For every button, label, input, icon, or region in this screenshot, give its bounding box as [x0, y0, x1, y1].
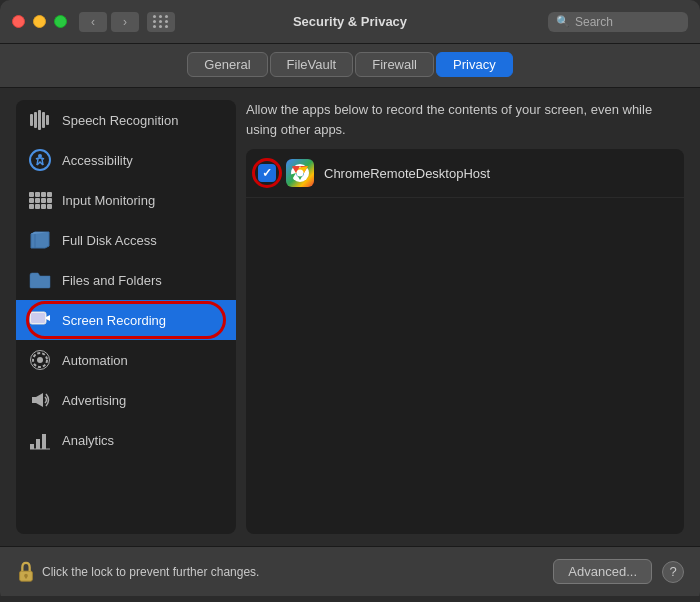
sidebar-item-speech-recognition[interactable]: Speech Recognition [16, 100, 236, 140]
sidebar-label-screen-recording: Screen Recording [62, 313, 166, 328]
sidebar-item-screen-recording[interactable]: Screen Recording [16, 300, 236, 340]
sidebar-label-speech-recognition: Speech Recognition [62, 113, 178, 128]
app-checkbox-wrapper: ✓ [258, 164, 276, 182]
screen-recording-icon [28, 308, 52, 332]
window-title: Security & Privacy [293, 14, 407, 29]
advertising-icon [28, 388, 52, 412]
app-checkbox-chrome-remote-desktop[interactable]: ✓ [258, 164, 276, 182]
svg-rect-8 [31, 313, 45, 323]
sidebar-label-accessibility: Accessibility [62, 153, 133, 168]
nav-buttons: ‹ › [79, 12, 139, 32]
chrome-app-icon [286, 159, 314, 187]
search-placeholder: Search [575, 15, 613, 29]
help-button[interactable]: ? [662, 561, 684, 583]
svg-point-9 [37, 357, 43, 363]
sidebar-item-analytics[interactable]: Analytics [16, 420, 236, 460]
tab-general[interactable]: General [187, 52, 267, 77]
app-item-chrome-remote-desktop: ✓ ChromeRemoteDes [246, 149, 684, 198]
svg-rect-4 [46, 115, 49, 125]
accessibility-icon [28, 148, 52, 172]
maximize-button[interactable] [54, 15, 67, 28]
sidebar-label-input-monitoring: Input Monitoring [62, 193, 155, 208]
titlebar: ‹ › Security & Privacy 🔍 Search [0, 0, 700, 44]
apps-list: ✓ ChromeRemoteDes [246, 149, 684, 534]
sidebar-item-accessibility[interactable]: Accessibility [16, 140, 236, 180]
tab-filevault[interactable]: FileVault [270, 52, 354, 77]
lock-icon-wrapper: Click the lock to prevent further change… [16, 561, 543, 583]
svg-rect-20 [25, 575, 27, 578]
files-and-folders-icon [28, 268, 52, 292]
grid-icon [153, 15, 169, 28]
lock-icon [16, 561, 36, 583]
svg-rect-12 [30, 444, 34, 449]
sidebar-label-full-disk-access: Full Disk Access [62, 233, 157, 248]
svg-rect-13 [36, 439, 40, 449]
bottom-bar: Click the lock to prevent further change… [0, 546, 700, 596]
svg-rect-0 [30, 114, 33, 126]
tab-firewall[interactable]: Firewall [355, 52, 434, 77]
sidebar-item-advertising[interactable]: Advertising [16, 380, 236, 420]
panel-description: Allow the apps below to record the conte… [246, 100, 684, 139]
right-panel: Allow the apps below to record the conte… [246, 100, 684, 534]
analytics-icon [28, 428, 52, 452]
svg-rect-1 [34, 112, 37, 128]
sidebar: Speech Recognition Accessibility [16, 100, 236, 534]
sidebar-label-analytics: Analytics [62, 433, 114, 448]
sidebar-item-automation[interactable]: Automation [16, 340, 236, 380]
search-box[interactable]: 🔍 Search [548, 12, 688, 32]
input-monitoring-icon [28, 188, 52, 212]
speech-recognition-icon [28, 108, 52, 132]
svg-rect-14 [42, 434, 46, 449]
traffic-lights [12, 15, 67, 28]
advanced-button[interactable]: Advanced... [553, 559, 652, 584]
svg-rect-3 [42, 112, 45, 128]
app-name-chrome-remote-desktop: ChromeRemoteDesktopHost [324, 166, 490, 181]
sidebar-label-advertising: Advertising [62, 393, 126, 408]
main-content: Speech Recognition Accessibility [0, 88, 700, 546]
search-icon: 🔍 [556, 15, 570, 28]
sidebar-label-automation: Automation [62, 353, 128, 368]
sidebar-label-files-and-folders: Files and Folders [62, 273, 162, 288]
tabbar: General FileVault Firewall Privacy [0, 44, 700, 88]
back-button[interactable]: ‹ [79, 12, 107, 32]
sidebar-item-files-and-folders[interactable]: Files and Folders [16, 260, 236, 300]
checkmark-icon: ✓ [262, 166, 272, 180]
svg-point-17 [297, 170, 304, 177]
lock-text: Click the lock to prevent further change… [42, 565, 259, 579]
minimize-button[interactable] [33, 15, 46, 28]
sidebar-item-input-monitoring[interactable]: Input Monitoring [16, 180, 236, 220]
tab-privacy[interactable]: Privacy [436, 52, 513, 77]
svg-rect-2 [38, 110, 41, 130]
sidebar-item-full-disk-access[interactable]: Full Disk Access [16, 220, 236, 260]
svg-point-5 [30, 150, 50, 170]
close-button[interactable] [12, 15, 25, 28]
forward-button[interactable]: › [111, 12, 139, 32]
automation-icon [28, 348, 52, 372]
grid-button[interactable] [147, 12, 175, 32]
full-disk-access-icon [28, 228, 52, 252]
